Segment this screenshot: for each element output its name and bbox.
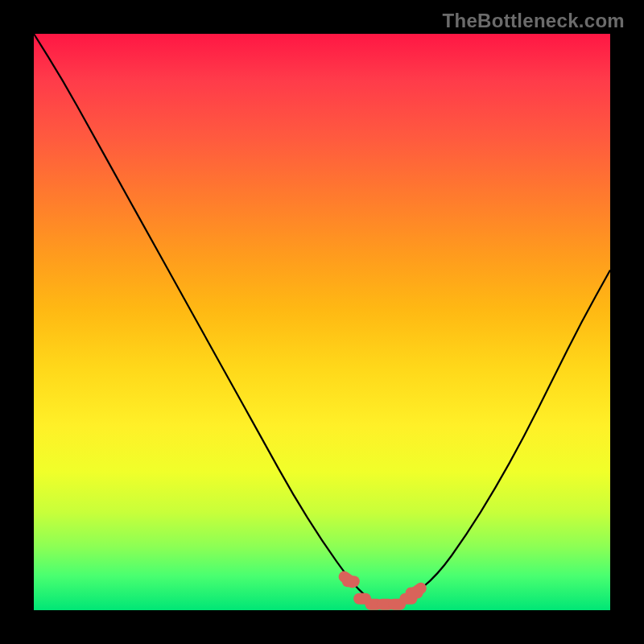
plot-area bbox=[34, 34, 610, 610]
bottleneck-curve bbox=[34, 34, 610, 605]
bottleneck-curve-path bbox=[34, 34, 610, 605]
curve-layer bbox=[34, 34, 610, 610]
chart-frame: TheBottleneck.com bbox=[0, 0, 644, 644]
optimal-range-markers bbox=[336, 569, 429, 610]
watermark-text: TheBottleneck.com bbox=[443, 10, 625, 32]
